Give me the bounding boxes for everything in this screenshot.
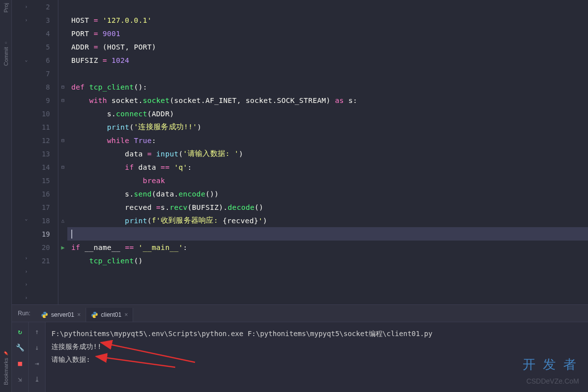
fold-marker[interactable] (58, 254, 67, 267)
code-line[interactable]: data = input('请输入数据: ') (67, 147, 588, 160)
line-number: 20 (30, 241, 58, 254)
layout-icon[interactable]: ⇲ (16, 375, 25, 384)
line-number: 10 (30, 107, 58, 120)
code-line[interactable]: HOST = '127.0.0.1' (67, 13, 588, 27)
run-tab-server01[interactable]: server01× (36, 308, 86, 322)
fold-marker[interactable] (58, 53, 67, 67)
run-tab-client01[interactable]: client01× (86, 308, 133, 322)
code-line[interactable]: print('连接服务成功!!') (67, 120, 588, 134)
fold-chevron[interactable] (12, 172, 30, 186)
fold-chevron[interactable]: ⌄ (12, 53, 30, 66)
fold-marker[interactable] (58, 200, 67, 214)
fold-chevron[interactable] (12, 159, 30, 172)
fold-marker[interactable] (58, 147, 67, 160)
wrench-icon[interactable]: 🔧 (16, 343, 25, 352)
fold-chevron[interactable] (12, 106, 30, 119)
fold-marker[interactable] (58, 13, 67, 27)
fold-chevron[interactable] (12, 79, 30, 93)
python-icon (41, 311, 48, 318)
code-line[interactable]: if __name__ == '__main__': (67, 241, 588, 254)
code-line[interactable]: ADDR = (HOST, PORT) (67, 40, 588, 53)
close-icon[interactable]: × (77, 311, 81, 318)
fold-chevron[interactable] (12, 146, 30, 159)
gutter: 23456789101112131415161718192021 (30, 0, 58, 304)
line-number: 17 (30, 200, 58, 214)
fold-marker[interactable] (58, 27, 67, 40)
fold-chevron[interactable] (12, 119, 30, 133)
code-line[interactable]: tcp_client() (67, 254, 588, 267)
sidebar-project[interactable]: Proj (3, 3, 9, 13)
code-line[interactable]: with socket.socket(socket.AF_INET, socke… (67, 94, 588, 107)
fold-chevron[interactable]: › (12, 278, 30, 291)
fold-marker[interactable] (58, 227, 67, 241)
code-line[interactable]: if data == 'q': (67, 160, 588, 174)
console-output[interactable]: F:\pythonitems\mypyqt5\.env\Scripts\pyth… (46, 322, 588, 392)
fold-chevron[interactable] (12, 185, 30, 198)
watermark-en: CSDDeVZe.CoM (526, 377, 579, 385)
fold-marker[interactable]: △ (58, 214, 67, 227)
up-arrow-icon[interactable]: ↑ (33, 327, 42, 336)
close-icon[interactable]: × (124, 311, 128, 318)
watermark-cn: 开 发 者 (523, 356, 578, 373)
run-toolbar-2: ↑ ↓ ⇥ ⤓ (29, 322, 46, 392)
console-line: F:\pythonitems\mypyqt5\.env\Scripts\pyth… (51, 327, 582, 340)
fold-chevron[interactable]: › (12, 251, 30, 265)
code-line[interactable]: s.send(data.encode()) (67, 187, 588, 200)
fold-chevron[interactable]: › (12, 13, 30, 27)
fold-marker[interactable]: ⊟ (58, 134, 67, 147)
fold-chevron[interactable] (12, 26, 30, 40)
fold-chevron[interactable] (12, 225, 30, 238)
code-area[interactable]: HOST = '127.0.0.1'PORT = 9001ADDR = (HOS… (67, 0, 588, 304)
code-line[interactable]: def tcp_client(): (67, 80, 588, 94)
fold-marker[interactable]: ⊟ (58, 160, 67, 174)
code-line[interactable] (67, 0, 588, 13)
line-number: 13 (30, 147, 58, 160)
run-gutter-icon[interactable]: ▶ (58, 241, 67, 254)
sidebar-bookmarks[interactable]: Bookmarks🔖 (3, 351, 9, 385)
code-line[interactable]: while True: (67, 134, 588, 147)
code-line[interactable]: PORT = 9001 (67, 27, 588, 40)
code-line[interactable]: BUFSIZ = 1024 (67, 53, 588, 67)
rerun-icon[interactable]: ↻ (16, 327, 25, 336)
line-number: 6 (30, 53, 58, 67)
code-line[interactable]: recved =s.recv(BUFSIZ).decode() (67, 200, 588, 214)
fold-chevron[interactable]: ⌄ (12, 212, 30, 225)
fold-chevron[interactable] (12, 132, 30, 146)
fold-chevron[interactable] (12, 238, 30, 251)
fold-chevron[interactable] (12, 93, 30, 106)
fold-marker[interactable] (58, 67, 67, 80)
code-line[interactable]: print(f'收到服务器响应: {recved}') (67, 214, 588, 227)
code-line[interactable] (67, 227, 588, 241)
fold-chevron[interactable] (12, 66, 30, 80)
run-tab-label: client01 (101, 311, 121, 318)
code-line[interactable]: break (67, 174, 588, 187)
fold-marker[interactable]: ⊟ (58, 80, 67, 94)
stop-icon[interactable]: ■ (16, 359, 25, 368)
fold-chevron[interactable]: › (12, 0, 30, 13)
scroll-to-end-icon[interactable]: ⤓ (33, 375, 42, 384)
fold-marker[interactable] (58, 107, 67, 120)
fold-chevron[interactable] (12, 40, 30, 53)
fold-marker[interactable] (58, 174, 67, 187)
fold-chevron[interactable]: › (12, 265, 30, 278)
line-number: 8 (30, 80, 58, 94)
down-arrow-icon[interactable]: ↓ (33, 343, 42, 352)
soft-wrap-icon[interactable]: ⇥ (33, 359, 42, 368)
editor-area[interactable]: ››⌄⌄›››› 2345678910111213141516171819202… (12, 0, 588, 304)
fold-marker[interactable] (58, 120, 67, 134)
run-tabs: server01×client01× (36, 308, 133, 322)
fold-marker[interactable] (58, 0, 67, 13)
sidebar-commit[interactable]: Commit○ (3, 41, 9, 66)
fold-marker[interactable] (58, 187, 67, 200)
code-line[interactable] (67, 67, 588, 80)
fold-chevron[interactable] (12, 198, 30, 212)
line-number: 3 (30, 13, 58, 27)
run-header: Run: server01×client01× (12, 305, 588, 322)
line-number: 19 (30, 227, 58, 241)
fold-marker[interactable]: ⊟ (58, 94, 67, 107)
line-number: 4 (30, 27, 58, 40)
fold-chevron[interactable]: › (12, 291, 30, 304)
run-tab-label: server01 (51, 311, 74, 318)
code-line[interactable]: s.connect(ADDR) (67, 107, 588, 120)
fold-marker[interactable] (58, 40, 67, 53)
